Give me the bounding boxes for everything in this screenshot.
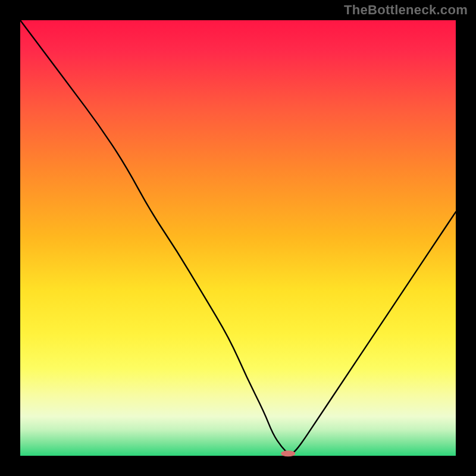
optimum-marker	[281, 450, 295, 456]
watermark-text: TheBottleneck.com	[344, 2, 468, 18]
bottleneck-chart	[0, 0, 476, 476]
plot-background	[20, 20, 456, 456]
chart-container: TheBottleneck.com	[0, 0, 476, 476]
